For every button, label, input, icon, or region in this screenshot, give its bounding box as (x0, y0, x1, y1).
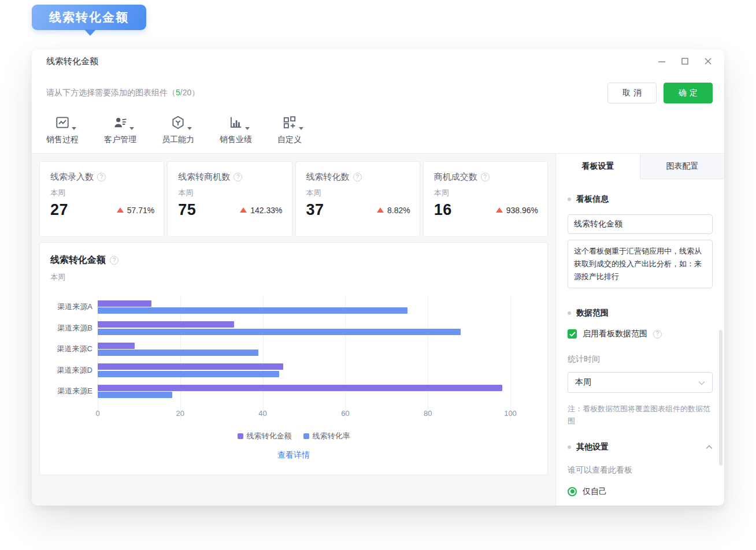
caret-down-icon (129, 127, 134, 130)
toolbar-item-custom[interactable]: 自定义 (277, 115, 302, 145)
window-title: 线索转化金额 (46, 56, 98, 67)
chart-period: 本周 (50, 272, 537, 283)
line-chart-square-icon (55, 115, 70, 132)
help-icon[interactable]: ? (110, 256, 118, 265)
legend-label: 线索转化率 (313, 431, 350, 441)
stat-card-period: 本周 (50, 188, 155, 198)
stat-card-period: 本周 (306, 188, 412, 198)
stat-card-value: 75 (178, 201, 196, 219)
component-toolbar: 销售过程 (32, 108, 724, 154)
toolbar-item-label: 客户管理 (104, 135, 136, 145)
chart-row: 渠道来源A (50, 296, 537, 318)
chart-bar[interactable] (98, 350, 258, 356)
chart-bar[interactable] (98, 392, 172, 398)
toolbar-item-label: 员工能力 (162, 135, 194, 145)
board-description-textarea[interactable]: 这个看板侧重于汇营销应用中，线索从获取到成交的投入产出比分析，如：来源投产比排行 (568, 240, 713, 288)
stat-card-deals-won[interactable]: 商机成交数 ? 本周 16 938.96% (423, 161, 548, 237)
squares-plus-icon (282, 115, 297, 132)
chart-category-label: 渠道来源E (50, 386, 98, 396)
confirm-button[interactable]: 确定 (664, 83, 713, 103)
enable-data-range-checkbox[interactable] (568, 329, 577, 339)
legend-swatch-icon (303, 433, 309, 439)
dashboard-config-dialog: 线索转化金额 请从下方选择需要添加的图表组件（5/20） 取消 确定 (32, 49, 724, 506)
bar-chart-card[interactable]: 线索转化金额 ? 本周 渠道来源A渠道来源B渠道来源C渠道来源D渠道来源E 02… (39, 242, 548, 475)
help-icon[interactable]: ? (97, 173, 106, 181)
toolbar-item-sales-performance[interactable]: 销售业绩 (220, 115, 252, 145)
enable-data-range-label: 启用看板数据范围 (583, 329, 647, 339)
toolbar-item-label: 销售过程 (46, 135, 79, 145)
tab-board-settings[interactable]: 看板设置 (556, 154, 640, 179)
chart-category-label: 渠道来源B (50, 323, 98, 333)
board-name-input[interactable] (568, 214, 713, 234)
cancel-button[interactable]: 取消 (607, 83, 657, 103)
help-icon[interactable]: ? (234, 173, 242, 181)
stat-card-title: 线索转化数 (306, 172, 350, 183)
panel-tabs: 看板设置 图表配置 (556, 154, 724, 179)
stat-card-delta: 938.96% (506, 206, 538, 215)
help-icon[interactable]: ? (481, 173, 490, 181)
bullet-dot-icon (568, 198, 571, 201)
stat-card-value: 16 (434, 201, 452, 219)
chart-bar[interactable] (98, 343, 135, 349)
tab-chart-config[interactable]: 图表配置 (640, 154, 724, 179)
toolbar-item-label: 销售业绩 (220, 135, 252, 145)
visibility-option-row: 仅自己 (568, 486, 713, 497)
x-tick-label: 0 (95, 409, 99, 418)
caret-down-icon (299, 127, 303, 130)
bullet-dot-icon (568, 445, 571, 449)
chart-bar[interactable] (98, 385, 502, 391)
chart-row: 渠道来源E (50, 381, 537, 402)
section-board-info: 看板信息 (568, 194, 713, 205)
chart-bar[interactable] (98, 329, 461, 335)
toolbar-item-sales-process[interactable]: 销售过程 (46, 115, 79, 145)
chevron-up-icon[interactable] (706, 445, 713, 449)
stat-time-select[interactable]: 本周 (568, 372, 713, 393)
x-tick-label: 80 (424, 409, 432, 418)
toolbar-item-customer-management[interactable]: 客户管理 (104, 115, 136, 145)
increase-triangle-icon (496, 207, 503, 213)
enable-data-range-row: 启用看板数据范围 ? (568, 329, 713, 339)
minimize-icon[interactable] (657, 57, 666, 66)
section-other-settings: 其他设置 (568, 442, 713, 452)
x-tick-label: 100 (504, 409, 517, 418)
chart-x-axis: 020406080100 (98, 409, 510, 419)
stat-card-value: 27 (50, 201, 68, 219)
chart-bar[interactable] (98, 321, 234, 328)
legend-label: 线索转化金额 (247, 431, 292, 441)
only-me-radio[interactable] (568, 487, 577, 496)
panel-body: 看板信息 这个看板侧重于汇营销应用中，线索从获取到成交的投入产出比分析，如：来源… (556, 179, 724, 506)
legend-item[interactable]: 线索转化金额 (238, 431, 292, 441)
close-icon[interactable] (703, 57, 713, 66)
chart-category-label: 渠道来源A (50, 302, 98, 312)
stat-card-leads-converted[interactable]: 线索转化数 ? 本周 37 8.82% (295, 161, 420, 237)
caret-down-icon (187, 127, 192, 130)
chart-bar[interactable] (98, 300, 151, 307)
chart-bar[interactable] (98, 363, 283, 370)
stat-card-leads-to-opportunity[interactable]: 线索转商机数 ? 本周 75 142.33% (167, 161, 292, 237)
chart-legend: 线索转化金额线索转化率 (50, 431, 537, 441)
dialog-header: 请从下方选择需要添加的图表组件（5/20） 取消 确定 (32, 73, 724, 108)
x-tick-label: 60 (341, 409, 349, 418)
x-tick-label: 20 (176, 409, 184, 418)
caret-down-icon (72, 127, 76, 130)
toolbar-item-label: 自定义 (277, 135, 302, 145)
toolbar-item-employee-ability[interactable]: 员工能力 (162, 115, 194, 145)
panel-scrollbar[interactable] (719, 330, 722, 466)
feature-badge: 线索转化金额 (32, 5, 146, 30)
chart-bar[interactable] (98, 307, 407, 314)
chart-bar[interactable] (98, 371, 279, 377)
increase-triangle-icon (240, 207, 247, 213)
stat-card-title: 商机成交数 (434, 172, 477, 183)
maximize-icon[interactable] (680, 57, 690, 66)
increase-triangle-icon (377, 207, 384, 213)
stat-card-value: 37 (306, 201, 324, 219)
help-icon[interactable]: ? (353, 173, 362, 181)
chevron-down-icon (698, 378, 705, 387)
dialog-main: 线索录入数 ? 本周 27 57.71% 线索转商机数 ? (32, 154, 724, 506)
help-icon[interactable]: ? (653, 330, 662, 339)
stat-card-leads-entered[interactable]: 线索录入数 ? 本周 27 57.71% (39, 161, 164, 237)
person-lines-icon (113, 115, 128, 132)
chart-title: 线索转化金额 (50, 254, 106, 266)
legend-item[interactable]: 线索转化率 (303, 431, 350, 441)
view-details-link[interactable]: 查看详情 (50, 450, 537, 460)
